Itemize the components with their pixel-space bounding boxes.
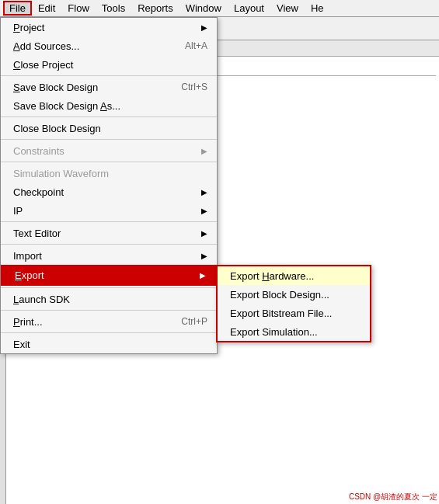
menu-import-label: Import bbox=[13, 250, 42, 262]
menubar-help[interactable]: He bbox=[305, 1, 330, 16]
menu-import[interactable]: Import ▶ bbox=[1, 246, 217, 265]
separator-2 bbox=[1, 116, 217, 117]
menu-text-editor[interactable]: Text Editor ▶ bbox=[1, 224, 217, 242]
separator-4 bbox=[1, 162, 217, 162]
menu-export-simulation[interactable]: Export Simulation... bbox=[218, 322, 370, 341]
menu-add-sources-label: Add Sources... bbox=[13, 40, 79, 52]
menu-text-editor-label: Text Editor bbox=[13, 228, 61, 239]
ip-arrow-icon: ▶ bbox=[201, 207, 207, 215]
menu-save-bd-label: Save Block Design bbox=[13, 82, 98, 93]
menu-save-bd-as-label: Save Block Design As... bbox=[13, 100, 120, 112]
separator-7 bbox=[1, 287, 217, 288]
file-menu: Project ▶ Add Sources... Alt+A Close Pro… bbox=[0, 17, 218, 354]
watermark: CSDN @胡渣的夏次 一定 bbox=[349, 492, 437, 502]
export-submenu: Export Hardware... Export Block Design..… bbox=[216, 265, 371, 342]
menu-export-label: Export bbox=[15, 269, 44, 281]
menu-simulation-waveform: Simulation Waveform bbox=[1, 164, 217, 182]
menubar-tools[interactable]: Tools bbox=[96, 1, 131, 16]
menu-ip[interactable]: IP ▶ bbox=[1, 201, 217, 220]
export-block-design-label: Export Block Design... bbox=[230, 289, 329, 301]
menu-exit[interactable]: Exit bbox=[1, 335, 217, 353]
menubar-window[interactable]: Window bbox=[179, 1, 228, 16]
menubar-tools-label: Tools bbox=[102, 2, 125, 14]
menubar-help-label: He bbox=[311, 2, 324, 14]
menu-add-sources[interactable]: Add Sources... Alt+A bbox=[1, 36, 217, 55]
separator-8 bbox=[1, 310, 217, 311]
menu-launch-sdk[interactable]: Launch SDK bbox=[1, 290, 217, 308]
menu-checkpoint-label: Checkpoint bbox=[13, 186, 64, 198]
menu-close-project-label: Close Project bbox=[13, 59, 73, 71]
separator-3 bbox=[1, 139, 217, 140]
menu-project[interactable]: Project ▶ bbox=[1, 18, 217, 36]
menu-export-block-design[interactable]: Export Block Design... bbox=[218, 285, 370, 304]
menubar-layout-label: Layout bbox=[234, 2, 264, 14]
checkpoint-arrow-icon: ▶ bbox=[201, 188, 207, 196]
menubar-file[interactable]: File bbox=[3, 1, 32, 16]
export-arrow-icon: ▶ bbox=[200, 271, 206, 280]
menu-print[interactable]: Print... Ctrl+P bbox=[1, 312, 217, 331]
menu-export-hardware[interactable]: Export Hardware... bbox=[218, 266, 370, 285]
menu-close-project[interactable]: Close Project bbox=[1, 55, 217, 74]
menubar-flow[interactable]: Flow bbox=[61, 1, 95, 16]
menubar-reports-label: Reports bbox=[138, 2, 173, 14]
menubar-view-label: View bbox=[277, 2, 298, 14]
export-simulation-label: Export Simulation... bbox=[230, 326, 318, 338]
save-bd-shortcut: Ctrl+S bbox=[181, 82, 207, 92]
menubar-file-label: File bbox=[9, 2, 26, 14]
import-arrow-icon: ▶ bbox=[201, 252, 207, 260]
menu-launch-sdk-label: Launch SDK bbox=[13, 294, 70, 305]
menubar: File Edit Flow Tools Reports Window Layo… bbox=[0, 0, 439, 17]
menubar-flow-label: Flow bbox=[68, 2, 89, 14]
menubar-view[interactable]: View bbox=[270, 1, 305, 16]
menu-sim-waveform-label: Simulation Waveform bbox=[13, 168, 109, 179]
menubar-window-label: Window bbox=[186, 2, 221, 14]
menu-export-bitstream[interactable]: Export Bitstream File... bbox=[218, 304, 370, 322]
separator-5 bbox=[1, 221, 217, 222]
separator-9 bbox=[1, 332, 217, 333]
constraints-arrow-icon: ▶ bbox=[201, 147, 207, 155]
menu-save-block-design-as[interactable]: Save Block Design As... bbox=[1, 96, 217, 115]
export-bitstream-label: Export Bitstream File... bbox=[230, 308, 332, 319]
menu-save-block-design[interactable]: Save Block Design Ctrl+S bbox=[1, 78, 217, 96]
export-hardware-label: Export Hardware... bbox=[230, 270, 314, 282]
menubar-edit[interactable]: Edit bbox=[32, 1, 61, 16]
menu-close-block-design[interactable]: Close Block Design bbox=[1, 119, 217, 137]
separator-1 bbox=[1, 75, 217, 76]
menu-checkpoint[interactable]: Checkpoint ▶ bbox=[1, 182, 217, 201]
print-shortcut: Ctrl+P bbox=[181, 316, 207, 327]
menubar-edit-label: Edit bbox=[38, 2, 55, 14]
add-sources-shortcut: Alt+A bbox=[185, 40, 207, 51]
menu-export[interactable]: Export ▶ bbox=[1, 265, 217, 286]
menu-project-label: Project bbox=[13, 22, 44, 33]
menu-ip-label: IP bbox=[13, 205, 23, 217]
menu-constraints: Constraints ▶ bbox=[1, 141, 217, 160]
menubar-layout[interactable]: Layout bbox=[228, 1, 270, 16]
separator-6 bbox=[1, 244, 217, 245]
menubar-reports[interactable]: Reports bbox=[131, 1, 179, 16]
menu-print-label: Print... bbox=[13, 316, 43, 328]
menu-constraints-label: Constraints bbox=[13, 145, 64, 157]
project-arrow-icon: ▶ bbox=[201, 23, 207, 32]
text-editor-arrow-icon: ▶ bbox=[201, 229, 207, 238]
menu-close-bd-label: Close Block Design bbox=[13, 123, 101, 134]
menu-exit-label: Exit bbox=[13, 339, 30, 350]
